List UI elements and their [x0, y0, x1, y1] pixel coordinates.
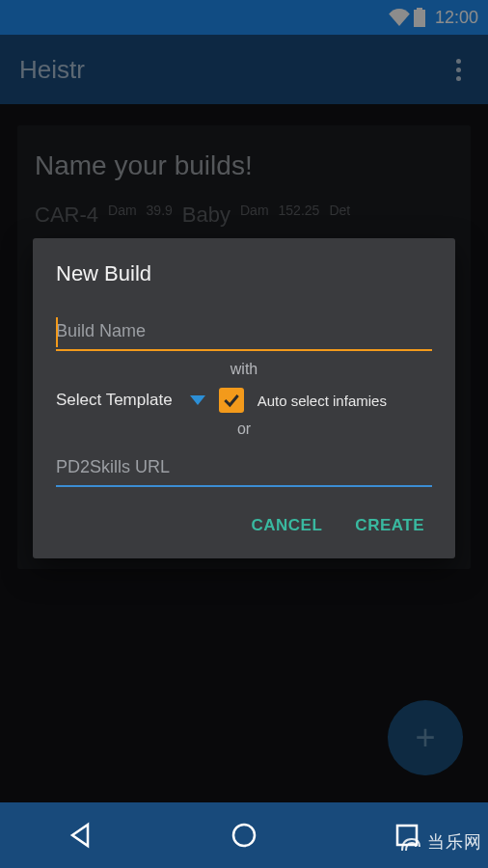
text-cursor — [56, 317, 58, 347]
dialog-title: New Build — [56, 261, 432, 286]
cancel-button[interactable]: CANCEL — [252, 516, 323, 535]
build-name-input[interactable] — [56, 315, 432, 349]
back-button[interactable] — [67, 821, 95, 850]
new-build-dialog: New Build with Select Template Auto sele… — [33, 238, 455, 558]
watermark: 当乐网 — [398, 829, 482, 854]
home-button[interactable] — [230, 821, 258, 850]
build-name-field[interactable] — [56, 315, 432, 351]
url-input[interactable] — [56, 451, 432, 485]
chevron-down-icon — [190, 395, 205, 405]
watermark-text: 当乐网 — [427, 830, 482, 854]
template-select-label: Select Template — [56, 391, 173, 410]
create-button[interactable]: CREATE — [355, 516, 424, 535]
svg-point-2 — [233, 825, 255, 846]
checkmark-icon — [222, 391, 241, 410]
auto-infamies-checkbox[interactable] — [219, 388, 244, 413]
with-label: with — [56, 361, 432, 378]
or-label: or — [56, 420, 432, 438]
template-select[interactable]: Select Template — [56, 391, 205, 410]
auto-infamies-label: Auto select infamies — [258, 393, 387, 409]
url-field[interactable] — [56, 451, 432, 487]
watermark-icon — [398, 829, 423, 854]
